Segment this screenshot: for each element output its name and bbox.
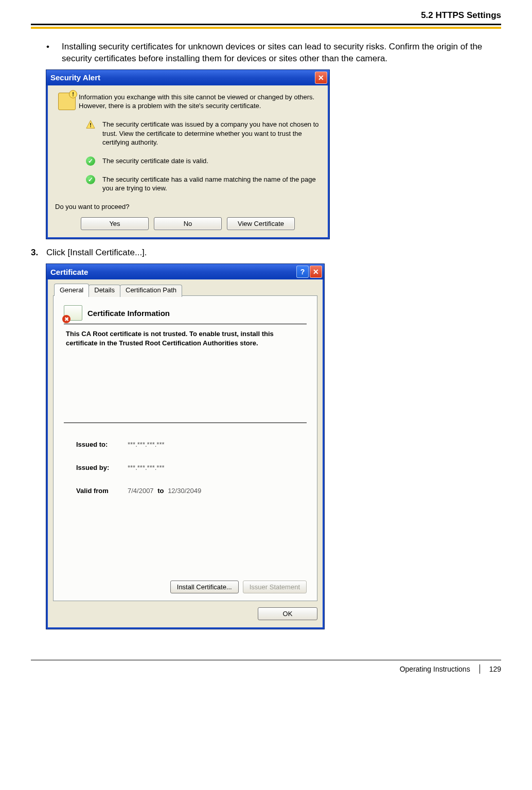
security-alert-body: Information you exchange with this site … bbox=[46, 85, 329, 239]
valid-from-value: 7/4/2007 bbox=[128, 487, 154, 495]
security-alert-dialog: Security Alert ✕ Information you exchang… bbox=[46, 70, 329, 239]
security-alert-title: Security Alert bbox=[50, 73, 314, 82]
ok-button[interactable]: OK bbox=[258, 607, 317, 620]
close-button[interactable]: ✕ bbox=[315, 72, 327, 84]
bullet-item: • Installing security certificates for u… bbox=[46, 41, 501, 65]
certificate-tabs: General Details Certification Path bbox=[54, 284, 317, 296]
section-title: 5.2 HTTPS Settings bbox=[31, 10, 501, 24]
valid-from-label: Valid from bbox=[76, 487, 128, 495]
no-button[interactable]: No bbox=[154, 217, 222, 230]
issued-by-value: ***.***.***.*** bbox=[128, 464, 165, 471]
certificate-body: General Details Certification Path Certi… bbox=[46, 279, 324, 629]
checkmark-icon: ✓ bbox=[86, 156, 95, 166]
security-alert-intro: Information you exchange with this site … bbox=[79, 93, 321, 111]
alert-item-text: The security certificate date is valid. bbox=[102, 156, 208, 166]
tab-general[interactable]: General bbox=[54, 284, 89, 296]
certificate-title: Certificate bbox=[50, 268, 295, 276]
proceed-prompt: Do you want to proceed? bbox=[55, 202, 321, 212]
certificate-fields: Issued to: ***.***.***.*** Issued by: **… bbox=[76, 441, 302, 510]
help-icon: ? bbox=[300, 268, 305, 276]
footer-divider bbox=[480, 664, 480, 674]
yes-button[interactable]: Yes bbox=[81, 217, 149, 230]
certificate-heading: Certificate Information bbox=[87, 309, 170, 318]
step-3: 3. Click [Install Certificate...]. bbox=[31, 247, 501, 259]
header-rule-black bbox=[31, 24, 501, 25]
svg-text:!: ! bbox=[90, 122, 92, 128]
lock-warning-icon bbox=[58, 93, 76, 110]
alert-item-text: The security certificate was issued by a… bbox=[102, 120, 321, 147]
certificate-dialog: Certificate ? ✕ General Details Certific… bbox=[46, 264, 324, 629]
alert-item-text: The security certificate has a valid nam… bbox=[102, 175, 321, 193]
bullet-marker: • bbox=[46, 41, 62, 65]
issued-by-label: Issued by: bbox=[76, 464, 128, 471]
view-certificate-button[interactable]: View Certificate bbox=[227, 217, 295, 230]
help-button[interactable]: ? bbox=[296, 266, 309, 278]
footer-doc-title: Operating Instructions bbox=[400, 665, 470, 673]
page-footer: Operating Instructions 129 bbox=[31, 660, 501, 674]
bullet-text: Installing security certificates for unk… bbox=[62, 41, 501, 65]
header-rule-gold bbox=[31, 27, 501, 29]
close-button[interactable]: ✕ bbox=[310, 266, 322, 278]
certificate-error-icon bbox=[64, 305, 82, 321]
divider bbox=[64, 324, 307, 324]
warning-icon: ! bbox=[86, 120, 95, 129]
step-number: 3. bbox=[31, 247, 46, 259]
install-certificate-button[interactable]: Install Certificate... bbox=[170, 581, 239, 593]
certificate-titlebar: Certificate ? ✕ bbox=[46, 264, 324, 279]
tab-details[interactable]: Details bbox=[88, 285, 120, 297]
issuer-statement-button: Issuer Statement bbox=[243, 581, 307, 593]
valid-to-label: to bbox=[157, 487, 164, 495]
tab-panel-general: Certificate Information This CA Root cer… bbox=[53, 295, 317, 601]
security-alert-titlebar: Security Alert ✕ bbox=[46, 70, 329, 85]
close-icon: ✕ bbox=[313, 268, 319, 276]
close-icon: ✕ bbox=[318, 74, 324, 82]
divider bbox=[64, 423, 307, 423]
step-text: Click [Install Certificate...]. bbox=[46, 247, 147, 259]
trust-message: This CA Root certificate is not trusted.… bbox=[66, 329, 305, 347]
issued-to-value: ***.***.***.*** bbox=[128, 441, 165, 448]
checkmark-icon: ✓ bbox=[86, 175, 95, 184]
tab-certification-path[interactable]: Certification Path bbox=[120, 285, 182, 297]
valid-to-value: 12/30/2049 bbox=[168, 487, 201, 495]
footer-page-number: 129 bbox=[489, 665, 501, 673]
issued-to-label: Issued to: bbox=[76, 441, 128, 448]
